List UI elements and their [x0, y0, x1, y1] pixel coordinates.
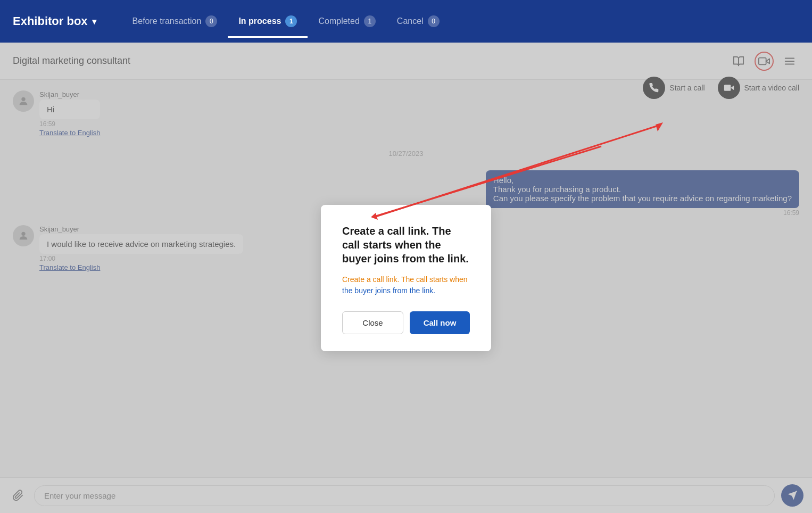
tab-completed[interactable]: Completed 1: [308, 11, 386, 31]
close-modal-button[interactable]: Close: [342, 311, 403, 334]
tab-cancel[interactable]: Cancel 0: [386, 11, 450, 31]
header-nav: Before transaction 0 In process 1 Comple…: [122, 11, 450, 31]
modal-description: Create a call link. The call starts when…: [342, 274, 470, 296]
modal-desc-text-blue: the buyer joins from the link.: [342, 286, 435, 295]
app-header: Exhibitor box Before transaction 0 In pr…: [0, 0, 812, 43]
modal-overlay: Create a call link. The call starts when…: [0, 43, 812, 513]
tab-in-process[interactable]: In process 1: [228, 11, 308, 31]
tab-in-process-badge: 1: [285, 15, 297, 27]
call-now-button[interactable]: Call now: [410, 311, 470, 334]
brand-logo[interactable]: Exhibitor box: [13, 14, 96, 28]
tab-cancel-badge: 0: [428, 15, 440, 27]
chat-panel: Digital marketing consultant Start a ca: [0, 43, 812, 513]
tab-cancel-label: Cancel: [397, 16, 424, 26]
tab-before-transaction-badge: 0: [205, 15, 217, 27]
call-link-modal: Create a call link. The call starts when…: [321, 205, 491, 351]
modal-title: Create a call link. The call starts when…: [342, 224, 470, 266]
tab-completed-label: Completed: [318, 16, 359, 26]
modal-buttons: Close Call now: [342, 311, 470, 334]
modal-desc-text-orange: Create a call link. The call starts when: [342, 275, 468, 284]
brand-name: Exhibitor box: [13, 14, 88, 28]
tab-before-transaction[interactable]: Before transaction 0: [122, 11, 228, 31]
tab-completed-badge: 1: [364, 15, 376, 27]
main-content: Digital marketing consultant Start a ca: [0, 43, 812, 513]
tab-before-transaction-label: Before transaction: [132, 16, 202, 26]
tab-in-process-label: In process: [238, 16, 281, 26]
